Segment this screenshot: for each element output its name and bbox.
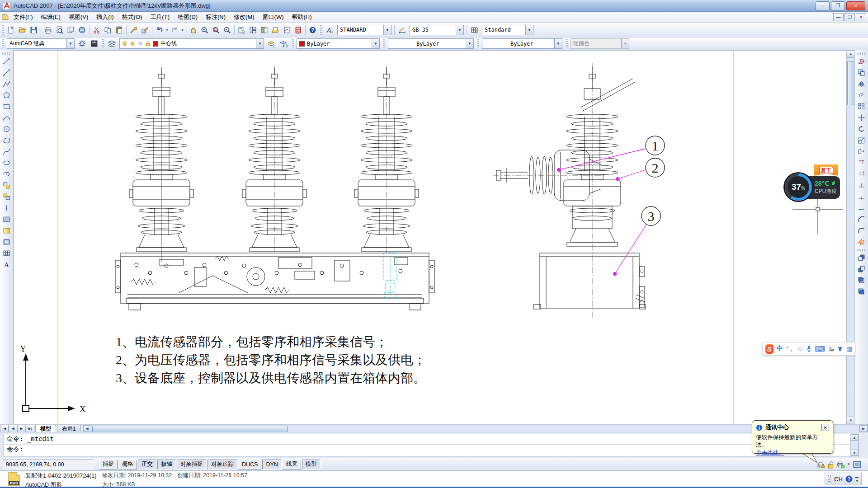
langbar-minimize-icon[interactable]: ▬ (855, 475, 859, 479)
bring-to-front-icon[interactable] (856, 252, 867, 263)
scroll-up-icon[interactable]: ▲ (847, 50, 855, 58)
make-block-icon[interactable] (1, 191, 12, 202)
chevron-down-icon[interactable]: ▼ (554, 39, 562, 48)
close-button[interactable]: × (846, 1, 865, 10)
zoom-realtime-icon[interactable] (199, 24, 210, 36)
text-style-combo[interactable]: STANDARD▼ (337, 25, 392, 35)
toggle-2[interactable]: 正交 (138, 460, 156, 469)
sogou-logo-icon[interactable]: S (765, 344, 774, 354)
construction-line-icon[interactable] (1, 67, 12, 78)
sheetset-manager-icon[interactable] (270, 24, 281, 36)
bring-above-objects-icon[interactable] (856, 275, 867, 286)
scroll-right-icon[interactable]: ▶ (859, 425, 868, 432)
line-icon[interactable] (1, 56, 12, 67)
chevron-down-icon[interactable]: ▼ (372, 39, 379, 48)
plot-preview-icon[interactable] (54, 24, 65, 36)
mirror-icon[interactable] (856, 78, 867, 89)
layer-vp-sun-icon[interactable] (137, 41, 143, 47)
menu-item-3[interactable]: 插入(I) (92, 12, 118, 23)
chevron-down-icon[interactable]: ▼ (456, 25, 463, 35)
emoji-icon[interactable]: ☺ (797, 345, 803, 352)
layer-on-bulb-icon[interactable] (122, 41, 128, 47)
unlock-icon[interactable] (827, 460, 835, 469)
toggle-1[interactable]: 栅格 (118, 460, 137, 469)
punctuation-icon[interactable]: °， (786, 345, 794, 353)
open-icon[interactable] (17, 24, 28, 36)
menu-item-2[interactable]: 视图(V) (65, 12, 92, 23)
language-indicator[interactable]: CH (834, 476, 843, 483)
zoom-window-icon[interactable] (210, 24, 222, 36)
chevron-down-icon[interactable]: ▼ (66, 39, 74, 48)
designcenter-icon[interactable] (247, 24, 259, 36)
tab-nav-0[interactable]: |◀ (0, 425, 9, 432)
langbar-grip[interactable] (828, 475, 831, 483)
revision-cloud-icon[interactable] (1, 135, 12, 146)
properties-icon[interactable] (236, 24, 247, 36)
toolbar-grip[interactable] (2, 52, 11, 55)
lineweight-combo[interactable]: ———— ByLayer▼ (482, 38, 562, 49)
match-properties-icon[interactable] (128, 24, 139, 36)
ime-help-icon[interactable]: ? (845, 475, 853, 483)
scroll-down-icon[interactable]: ▼ (851, 450, 858, 456)
copy-object-icon[interactable] (856, 67, 867, 78)
balloon-link[interactable]: 单击此处。 (756, 449, 829, 457)
3d-dwf-publish-icon[interactable] (76, 24, 88, 36)
arc-icon[interactable] (1, 112, 12, 123)
tray-dropdown-icon[interactable]: ▼ (847, 462, 851, 466)
toggle-6[interactable]: DUCS (238, 460, 261, 469)
redo-dropdown-icon[interactable]: ▾ (180, 28, 184, 32)
command-scrollbar[interactable]: ▲ ▼ (850, 434, 859, 456)
toolbox-grid-icon[interactable]: ▦ (846, 345, 852, 352)
chevron-down-icon[interactable]: ▼ (383, 25, 391, 35)
toolbar-grip[interactable] (857, 249, 866, 251)
menu-item-6[interactable]: 绘图(D) (174, 12, 202, 23)
toolbar-grip[interactable] (476, 39, 479, 48)
toggle-7[interactable]: DYN (262, 460, 281, 469)
toolbar-grip[interactable] (320, 25, 322, 35)
undo-dropdown-icon[interactable]: ▾ (165, 28, 169, 32)
minimize-button[interactable]: – (816, 1, 830, 10)
layer-combo[interactable]: 中心线 ▼ (119, 38, 264, 49)
toolbar-grip[interactable] (291, 39, 294, 48)
command-input-line[interactable]: 命令: (4, 445, 859, 455)
cpu-monitor-widget[interactable]: 复工 28℃ CPU温度 37% (785, 164, 842, 201)
chevron-down-icon[interactable]: ▼ (256, 39, 264, 48)
toolbar-grip[interactable] (857, 52, 866, 55)
toggle-4[interactable]: 对象捕捉 (177, 460, 207, 469)
balloon-close-icon[interactable]: × (821, 424, 829, 431)
doc-restore-button[interactable]: ❐ (844, 13, 855, 21)
menu-item-7[interactable]: 标注(N) (202, 12, 230, 23)
scrollbar-thumb[interactable] (92, 426, 288, 432)
fillet-icon[interactable] (856, 225, 867, 236)
ellipse-arc-icon[interactable] (1, 169, 12, 180)
toolbar-grip[interactable] (382, 39, 385, 48)
tab-nav-2[interactable]: ▶ (17, 425, 26, 432)
command-text-area[interactable]: 命令: _mtedit 命令: ▲ ▼ (4, 434, 859, 456)
layer-unlock-icon[interactable] (145, 41, 151, 47)
scroll-left-icon[interactable]: ◀ (83, 425, 91, 432)
point-icon[interactable] (1, 202, 12, 214)
scroll-down-icon[interactable]: ▼ (847, 417, 855, 424)
save-icon[interactable] (28, 24, 39, 36)
tab-layout1[interactable]: 布局1 (57, 425, 81, 432)
table-icon[interactable] (1, 248, 12, 259)
join-icon[interactable] (856, 202, 867, 214)
cut-icon[interactable] (91, 24, 102, 36)
copy-icon[interactable] (102, 24, 113, 36)
layer-properties-icon[interactable] (106, 38, 118, 50)
send-under-objects-icon[interactable] (856, 286, 867, 297)
ellipse-icon[interactable] (1, 157, 12, 169)
toolbar-grip[interactable] (565, 39, 568, 48)
scale-icon[interactable] (856, 135, 867, 146)
spline-icon[interactable] (1, 146, 12, 157)
plot-icon[interactable] (42, 24, 54, 36)
tab-nav-1[interactable]: ◀ (9, 425, 17, 432)
layer-thaw-sun-icon[interactable] (129, 41, 136, 47)
paste-icon[interactable] (113, 24, 125, 36)
array-icon[interactable] (856, 101, 867, 112)
block-editor-icon[interactable] (139, 24, 151, 36)
chevron-down-icon[interactable]: ▼ (466, 39, 473, 48)
vertical-scrollbar[interactable]: ▲ ▼ (846, 50, 855, 424)
skin-shirt-icon[interactable] (837, 346, 843, 352)
clean-screen-icon[interactable] (853, 460, 862, 469)
